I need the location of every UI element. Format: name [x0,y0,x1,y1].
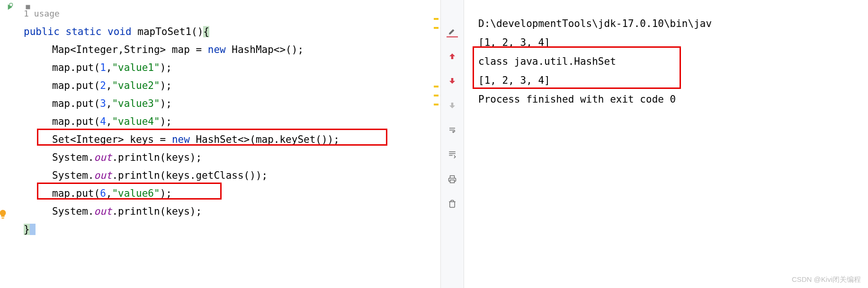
console-output[interactable]: D:\developmentTools\jdk-17.0.10\bin\jav … [464,0,868,288]
code-line[interactable]: map.put(4,"value4"); [9,113,440,131]
highlight-box-output [473,46,681,89]
arrow-down-grey-icon[interactable] [447,100,458,111]
code-line[interactable]: System.out.println(keys); [9,202,440,220]
arrow-up-icon[interactable] [447,51,458,62]
cursor [30,224,36,235]
code-line[interactable]: map.put(6,"value6"); [9,184,440,202]
scroll-to-end-icon[interactable] [447,149,458,160]
trash-icon[interactable] [447,198,458,209]
code-line[interactable]: public static void mapToSet1(){ [9,23,440,41]
rerun-icon[interactable] [5,2,14,14]
soft-wrap-icon[interactable] [447,124,458,136]
code-line[interactable]: System.out.println(keys.getClass()); [9,166,440,184]
code-line[interactable]: map.put(2,"value2"); [9,77,440,95]
code-line[interactable]: map.put(3,"value3"); [9,95,440,113]
edit-icon[interactable] [447,26,458,37]
svg-rect-1 [26,5,30,9]
print-icon[interactable] [447,174,458,185]
code-line[interactable]: } [9,220,440,238]
code-line[interactable]: map.put(1,"value1"); [9,59,440,77]
output-toolbar [440,0,464,288]
code-line[interactable]: Map<Integer,String> map = new HashMap<>(… [9,41,440,59]
editor-gutter [434,0,440,288]
code-line[interactable]: System.out.println(keys); [9,148,440,166]
usage-hint: 1 usage [9,5,440,23]
code-line[interactable]: Set<Integer> keys = new HashSet<>(map.ke… [9,131,440,148]
intention-bulb-icon[interactable] [0,209,8,222]
output-line: D:\developmentTools\jdk-17.0.10\bin\jav [478,14,859,33]
stop-icon[interactable] [24,2,32,14]
watermark: CSDN @Kivi闭关编程 [792,275,861,284]
output-line: Process finished with exit code 0 [478,90,859,109]
code-editor[interactable]: 1 usage public static void mapToSet1(){ … [0,0,440,288]
svg-point-0 [9,3,13,7]
arrow-down-icon[interactable] [447,75,458,87]
